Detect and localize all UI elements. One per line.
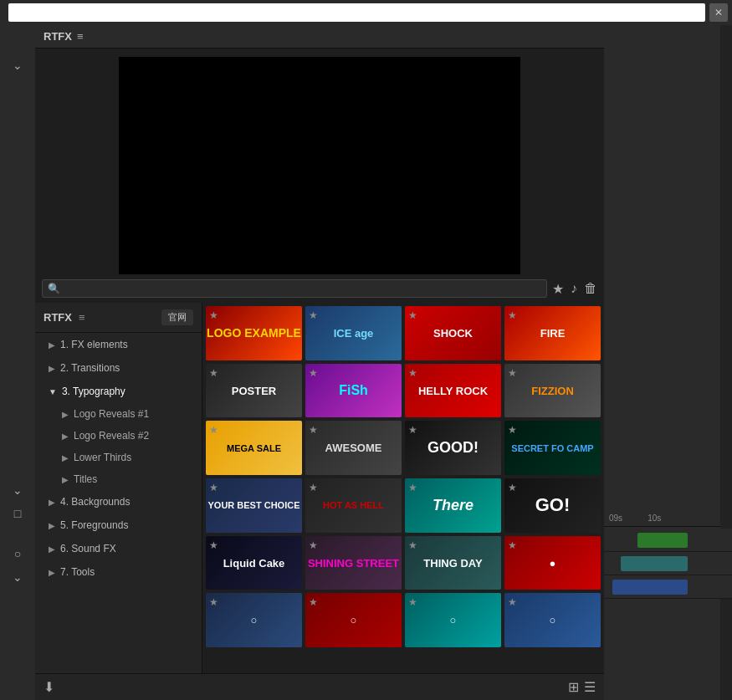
sidebar-sub-item-lower-thirds[interactable]: ▶ Lower Thirds — [35, 447, 202, 468]
grid-wrapper: ★LOGO EXAMPLE★ICE age★SHOCK★FIRE★POSTER★… — [206, 306, 601, 647]
grid-item-mega-sale[interactable]: ★MEGA SALE — [206, 421, 302, 475]
grid-item-poster[interactable]: ★POSTER — [206, 364, 302, 418]
star-icon[interactable]: ★ — [309, 367, 318, 379]
download-icon[interactable]: ⬇ — [44, 679, 54, 695]
search-input-wrap[interactable]: 🔍 — [42, 279, 547, 298]
panel-header: RTFX ≡ — [35, 25, 604, 49]
star-icon[interactable]: ★ — [408, 539, 417, 551]
grid-item-shining[interactable]: ★SHINING STREET — [305, 536, 402, 590]
sidebar-menu-icon[interactable]: ≡ — [79, 311, 85, 324]
sidebar-sub-item-label: Titles — [74, 473, 97, 485]
close-button-top[interactable]: ✕ — [709, 3, 728, 22]
grid-item-awesome[interactable]: ★AWESOME — [305, 421, 402, 475]
grid-item-thing-day[interactable]: ★THING DAY — [405, 536, 501, 590]
content-grid: ★LOGO EXAMPLE★ICE age★SHOCK★FIRE★POSTER★… — [202, 303, 604, 673]
star-icon[interactable]: ★ — [508, 539, 517, 551]
sidebar-sub-item-logo-reveals-2[interactable]: ▶ Logo Reveals #2 — [35, 425, 202, 447]
sidebar-sub-item-titles[interactable]: ▶ Titles — [35, 468, 202, 490]
timeline-timestamp-10: 10s — [648, 514, 661, 523]
thumb-bg: ICE age — [305, 306, 402, 360]
thumb-bg: MEGA SALE — [206, 421, 302, 475]
sidebar-sub-item-logo-reveals-1[interactable]: ▶ Logo Reveals #1 — [35, 403, 202, 425]
sidebar-item-fx-elements[interactable]: ▶ 1. FX elements — [35, 333, 202, 356]
star-icon[interactable]: ★ — [209, 596, 218, 608]
sidebar-sub-item-label: Logo Reveals #2 — [74, 430, 149, 442]
star-icon[interactable]: ★ — [408, 309, 417, 321]
star-icon[interactable]: ★ — [508, 424, 517, 436]
sidebar-item-label: 2. Transitions — [60, 362, 120, 374]
thumb-bg: SECRET FO CAMP — [504, 421, 601, 475]
thumb-bg: POSTER — [206, 364, 302, 418]
star-icon[interactable]: ★ — [309, 596, 318, 608]
star-icon[interactable]: ★ — [408, 424, 417, 436]
sidebar-item-typography[interactable]: ▼ 3. Typography — [35, 380, 202, 403]
top-search-bar[interactable] — [8, 3, 705, 22]
grid-item-your-choice[interactable]: ★YOUR BEST CHOICE — [206, 478, 302, 533]
grid-item-red-circle[interactable]: ★● — [504, 536, 601, 590]
star-icon[interactable]: ★ — [209, 482, 218, 493]
panel-title: RTFX — [44, 30, 72, 43]
grid-item-blue-thumb2[interactable]: ★○ — [504, 593, 601, 647]
left-icon-square[interactable]: □ — [14, 507, 21, 520]
grid-item-good[interactable]: ★GOOD! — [405, 421, 501, 475]
grid-item-helly-rock[interactable]: ★HELLY ROCK — [405, 364, 501, 418]
star-icon[interactable]: ★ — [508, 309, 517, 321]
star-icon[interactable]: ★ — [508, 596, 517, 608]
trash-icon[interactable]: 🗑 — [584, 281, 597, 296]
grid-item-teal-thumb[interactable]: ★○ — [405, 593, 501, 647]
left-icon-circle[interactable]: ○ — [14, 547, 21, 560]
grid-item-shock[interactable]: ★SHOCK — [405, 306, 501, 360]
sidebar-item-label: 1. FX elements — [60, 339, 128, 350]
left-icon-chevron-down3[interactable]: ⌄ — [13, 570, 23, 584]
grid-item-fire[interactable]: ★FIRE — [504, 306, 601, 360]
star-icon[interactable]: ★ — [408, 596, 417, 608]
main-area: RTFX ≡ 官网 ▶ 1. FX elements ▶ 2. Transiti… — [35, 303, 604, 673]
thumb-bg: FIZZION — [504, 364, 601, 418]
grid-item-blue-thumb1[interactable]: ★○ — [206, 593, 302, 647]
external-link[interactable]: 官网 — [161, 309, 193, 325]
star-icon[interactable]: ★ — [309, 539, 318, 551]
grid-item-hot-as-hell[interactable]: ★HOT AS HELL — [305, 478, 402, 533]
grid-item-ice-age[interactable]: ★ICE age — [305, 306, 402, 360]
search-row: 🔍 ★ ♪ 🗑 — [35, 274, 604, 303]
arrow-icon: ▶ — [49, 544, 55, 554]
left-icon-chevron-down2[interactable]: ⌄ — [13, 483, 23, 497]
star-icon[interactable]: ★ — [309, 309, 318, 321]
star-icon[interactable]: ★ — [408, 367, 417, 379]
star-icon[interactable]: ★ — [209, 367, 218, 379]
sidebar-item-tools[interactable]: ▶ 7. Tools — [35, 560, 202, 584]
grid-item-fish[interactable]: ★FiSh — [305, 364, 402, 418]
star-icon[interactable]: ★ — [508, 482, 517, 493]
grid-item-liquid-cake[interactable]: ★Liquid Cake — [206, 536, 302, 590]
grid-item-logo-example[interactable]: ★LOGO EXAMPLE — [206, 306, 302, 360]
star-icon[interactable]: ★ — [209, 539, 218, 551]
sidebar-item-backgrounds[interactable]: ▶ 4. Backgrounds — [35, 490, 202, 514]
arrow-icon: ▶ — [49, 340, 55, 350]
sidebar-item-transitions[interactable]: ▶ 2. Transitions — [35, 356, 202, 380]
search-input[interactable] — [64, 283, 541, 294]
left-icon-chevron-down[interactable]: ⌄ — [13, 59, 23, 72]
grid-view-icon[interactable]: ⊞ — [568, 679, 579, 695]
grid-item-secret-camp[interactable]: ★SECRET FO CAMP — [504, 421, 601, 475]
sidebar-item-foregrounds[interactable]: ▶ 5. Foregrounds — [35, 514, 202, 537]
track-bar-teal — [621, 556, 688, 571]
grid-item-there[interactable]: ★There — [405, 478, 501, 533]
sidebar-item-sound-fx[interactable]: ▶ 6. Sound FX — [35, 537, 202, 560]
sound-icon[interactable]: ♪ — [571, 281, 577, 296]
thumb-bg: AWESOME — [305, 421, 402, 475]
grid-item-fizzion[interactable]: ★FIZZION — [504, 364, 601, 418]
star-icon[interactable]: ★ — [508, 367, 517, 379]
arrow-icon: ▶ — [49, 364, 55, 373]
grid-item-go[interactable]: ★GO! — [504, 478, 601, 533]
star-icon[interactable]: ★ — [408, 482, 417, 493]
track-bar-green — [637, 533, 688, 548]
list-view-icon[interactable]: ☰ — [584, 679, 596, 695]
star-icon[interactable]: ★ — [309, 482, 318, 493]
star-icon[interactable]: ★ — [309, 424, 318, 436]
grid-item-red-thumb[interactable]: ★○ — [305, 593, 402, 647]
star-icon[interactable]: ★ — [552, 281, 564, 297]
star-icon[interactable]: ★ — [209, 309, 218, 321]
star-icon[interactable]: ★ — [209, 424, 218, 436]
action-icons: ★ ♪ 🗑 — [552, 281, 597, 297]
panel-menu-icon[interactable]: ≡ — [77, 30, 84, 43]
